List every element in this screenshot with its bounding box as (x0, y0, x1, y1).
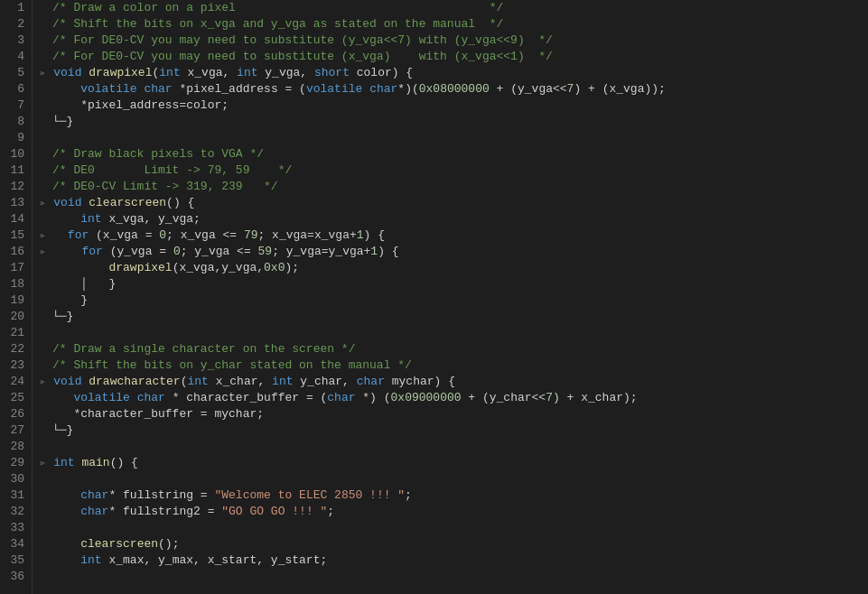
token-plain: │ } (52, 276, 116, 292)
token-plain: color) { (350, 65, 413, 81)
line-number: 11 (7, 162, 24, 179)
token-plain (362, 81, 369, 97)
line-numbers: 1234567891011121314151617181920212223242… (0, 0, 33, 594)
line-number: 25 (7, 390, 24, 406)
line-number: 34 (7, 536, 24, 552)
code-line: } (40, 292, 868, 309)
line-number: 15 (7, 227, 24, 244)
token-plain: *) ( (356, 390, 391, 406)
line-number: 26 (7, 406, 24, 422)
code-line (40, 569, 868, 585)
token-plain: (x_vga = (89, 227, 159, 244)
token-plain: y_char, (294, 374, 357, 390)
token-type: char (80, 487, 108, 504)
token-plain (52, 536, 80, 552)
line-number: 21 (7, 325, 24, 341)
code-line: ▹ for (x_vga = 0; x_vga <= 79; x_vga=x_v… (40, 227, 868, 244)
token-plain (53, 227, 68, 244)
code-line: int x_max, y_max, x_start, y_start; (40, 552, 868, 569)
fold-marker-icon[interactable]: ▹ (40, 65, 51, 81)
token-plain (75, 455, 82, 471)
line-number: 3 (7, 32, 24, 49)
fold-marker-icon[interactable]: ▹ (40, 195, 51, 211)
token-plain: ; x_vga=x_vga+ (258, 227, 357, 244)
token-keyword: for (68, 227, 89, 244)
token-number: 0 (173, 244, 181, 260)
token-type: int (80, 211, 101, 227)
line-number: 24 (7, 374, 24, 390)
token-comment: /* Shift the bits on x_vga and y_vga as … (52, 16, 503, 32)
code-line: └─} (40, 114, 868, 130)
fold-marker-icon[interactable]: ▹ (40, 227, 51, 244)
code-line: drawpixel(x_vga,y_vga,0x0); (40, 260, 868, 276)
line-number: 17 (7, 260, 24, 276)
token-plain: x_vga, y_vga; (102, 211, 201, 227)
code-line: ▹ void drawpixel(int x_vga, int y_vga, s… (40, 65, 868, 81)
token-plain: ) { (378, 244, 398, 260)
code-line: ▹ void drawcharacter(int x_char, int y_c… (40, 374, 868, 390)
token-plain: └─} (52, 309, 73, 325)
code-content[interactable]: /* Draw a color on a pixel *//* Shift th… (33, 0, 868, 594)
line-number: 22 (7, 341, 24, 357)
token-plain: ; (405, 487, 412, 504)
token-plain (52, 552, 80, 569)
token-function: main (81, 455, 109, 471)
code-line (40, 439, 868, 455)
fold-marker-icon[interactable]: ▹ (40, 455, 51, 471)
code-line: /* For DE0-CV you may need to substitute… (40, 32, 868, 49)
token-keyword: void (53, 374, 89, 390)
code-line: char* fullstring = "Welcome to ELEC 2850… (40, 487, 868, 504)
code-line: /* DE0 Limit -> 79, 59 */ (40, 162, 868, 179)
fold-marker-icon[interactable]: ▹ (40, 244, 51, 260)
token-plain: ; y_vga=y_vga+ (272, 244, 370, 260)
token-plain: (y_vga = (103, 244, 173, 260)
fold-marker-icon[interactable]: ▹ (40, 374, 51, 390)
token-type: int (80, 552, 101, 569)
code-editor: 1234567891011121314151617181920212223242… (0, 0, 868, 594)
token-plain: ); (285, 260, 299, 276)
code-line: ▹ void clearscreen() { (40, 195, 868, 211)
code-line: /* For DE0-CV you may need to substitute… (40, 49, 868, 65)
token-plain (130, 390, 137, 406)
token-keyword: volatile (80, 81, 136, 97)
token-plain: ; y_vga <= (181, 244, 258, 260)
token-number: 7 (567, 81, 574, 97)
line-number: 32 (7, 504, 24, 520)
line-number: 30 (7, 471, 24, 487)
line-number: 5 (7, 65, 24, 81)
code-line (40, 325, 868, 341)
line-number: 7 (7, 97, 24, 114)
token-plain: * character_buffer = ( (165, 390, 327, 406)
line-number: 36 (7, 569, 24, 585)
token-plain: ( (152, 65, 159, 81)
code-line: char* fullstring2 = "GO GO GO !!! "; (40, 504, 868, 520)
line-number: 35 (7, 552, 24, 569)
token-type: int (159, 65, 180, 81)
token-plain (53, 244, 68, 260)
code-line: /* Draw black pixels to VGA */ (40, 146, 868, 162)
line-number: 14 (7, 211, 24, 227)
token-plain (137, 81, 145, 97)
token-plain: (x_vga,y_vga, (173, 260, 264, 276)
code-line: /* Draw a color on a pixel */ (40, 0, 868, 16)
token-plain: └─} (52, 114, 73, 130)
token-number: 0 (159, 227, 166, 244)
token-number: 59 (258, 244, 273, 260)
line-number: 13 (7, 195, 24, 211)
token-hex: 0x09000000 (391, 390, 462, 406)
token-plain: () { (166, 195, 194, 211)
token-type: char (357, 374, 385, 390)
token-comment: /* Draw a color on a pixel */ (52, 0, 503, 16)
code-line: /* Shift the bits on y_char stated on th… (40, 357, 868, 374)
token-keyword: volatile (306, 81, 362, 97)
token-comment: /* Draw a single character on the screen… (52, 341, 355, 357)
line-number: 16 (7, 244, 24, 260)
token-keyword: volatile (73, 390, 129, 406)
token-plain: + (y_vga<< (490, 81, 567, 97)
token-plain: ; (327, 504, 334, 520)
line-number: 23 (7, 357, 24, 374)
line-number: 10 (7, 146, 24, 162)
line-number: 29 (7, 455, 24, 471)
token-plain: *character_buffer = mychar; (52, 406, 264, 422)
code-line: └─} (40, 309, 868, 325)
